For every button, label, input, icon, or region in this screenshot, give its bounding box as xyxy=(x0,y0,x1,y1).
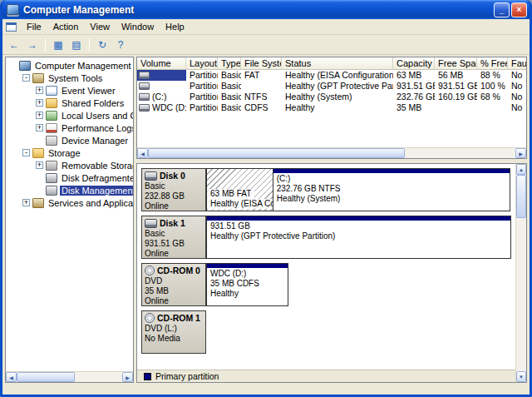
tree-item-disk-defragmenter[interactable]: Disk Defragmenter xyxy=(6,171,133,184)
scroll-down-icon[interactable]: ▼ xyxy=(516,371,526,382)
volume-row-c[interactable]: (C:)PartitionBasicNTFSHealthy (System)23… xyxy=(137,92,526,102)
tree-item-computer-management-local[interactable]: Computer Management (Local) xyxy=(6,59,133,72)
tree-item-disk-management[interactable]: Disk Management xyxy=(6,184,133,196)
export-list-button[interactable]: ▤ xyxy=(68,37,85,52)
scrollbar-thumb[interactable] xyxy=(17,372,75,382)
tree-item-label: Performance Logs and Alerts xyxy=(60,123,133,133)
column-header-file-system[interactable]: File System xyxy=(241,57,282,70)
volume-list-horizontal-scrollbar[interactable]: ◀ ▶ xyxy=(137,147,526,158)
toolbar: ←→▦▤↻? xyxy=(2,35,530,55)
computer-icon xyxy=(19,61,31,71)
menu-action[interactable]: Action xyxy=(47,20,85,33)
disk-info-panel[interactable]: Disk 1Basic931.51 GBOnline xyxy=(141,216,206,259)
column-header-layout[interactable]: Layout xyxy=(186,57,218,70)
refresh-button[interactable]: ↻ xyxy=(94,37,111,52)
tree-item-performance-logs-and-alerts[interactable]: +Performance Logs and Alerts xyxy=(6,122,133,134)
tree-item-storage[interactable]: -Storage xyxy=(6,146,133,159)
menu-help[interactable]: Help xyxy=(160,20,190,33)
collapse-icon[interactable]: - xyxy=(22,74,30,82)
volume-row-wdc-d[interactable]: WDC (D:)PartitionBasicCDFSHealthy35 MBNo xyxy=(137,102,526,113)
help-button[interactable]: ? xyxy=(112,37,129,52)
expand-icon[interactable]: + xyxy=(36,161,43,169)
partition-label: Healthy xyxy=(207,289,288,299)
disk-row-cd-rom-0: CD-ROM 0DVD35 MBOnlineWDC (D:)35 MB CDFS… xyxy=(141,263,511,306)
expand-icon[interactable]: + xyxy=(36,112,43,119)
minimize-button[interactable]: _ xyxy=(494,2,510,17)
client-area: FileActionViewWindowHelp ←→▦▤↻? Computer… xyxy=(2,19,530,395)
tree-item-device-manager[interactable]: Device Manager xyxy=(6,134,133,146)
back-button[interactable]: ← xyxy=(6,37,22,52)
disk-view-vertical-scrollbar[interactable]: ▲ ▼ xyxy=(515,164,526,382)
volume-row-healthy-eisa-configuration[interactable]: PartitionBasicFATHealthy (EISA Configura… xyxy=(137,70,526,81)
disk-name: CD-ROM 1 xyxy=(145,313,203,323)
column-header-capacity[interactable]: Capacity xyxy=(393,57,435,70)
console-window-icon[interactable] xyxy=(6,22,17,32)
cell-free: 100 % xyxy=(477,81,508,92)
column-header-fau[interactable]: Fau xyxy=(508,57,526,70)
tree-item-removable-storage[interactable]: +Removable Storage xyxy=(6,159,133,171)
disk-name-label: Disk 0 xyxy=(160,171,185,181)
expand-icon[interactable]: + xyxy=(36,99,43,107)
expand-icon[interactable]: + xyxy=(36,124,43,132)
scrollbar-thumb[interactable] xyxy=(148,148,405,158)
disk-info-panel[interactable]: CD-ROM 1DVD (L:)No Media xyxy=(141,310,206,354)
disk-info-line: Basic xyxy=(145,229,203,239)
menu-file[interactable]: File xyxy=(21,20,47,33)
local-users-icon xyxy=(46,111,57,121)
scrollbar-thumb[interactable] xyxy=(516,175,526,218)
scroll-left-icon[interactable]: ◀ xyxy=(137,148,148,158)
column-header-free-space[interactable]: Free Space xyxy=(435,57,477,70)
column-header-status[interactable]: Status xyxy=(282,57,393,70)
partition-931-51-gb[interactable]: 931.51 GBHealthy (GPT Protective Partiti… xyxy=(206,216,511,259)
tree-item-local-users-and-groups[interactable]: +Local Users and Groups xyxy=(6,109,133,122)
toolbar-separator xyxy=(45,38,46,52)
close-button[interactable]: × xyxy=(511,2,527,17)
scroll-up-icon[interactable]: ▲ xyxy=(516,164,526,175)
system-tools-icon xyxy=(32,73,44,83)
cell-file-system: FAT xyxy=(241,70,282,81)
scroll-right-icon[interactable]: ▶ xyxy=(122,372,133,382)
cell-layout: Partition xyxy=(186,92,218,102)
tree-horizontal-scrollbar[interactable]: ◀ ▶ xyxy=(6,371,133,382)
disk-name-label: Disk 1 xyxy=(160,218,185,228)
cell-status: Healthy (EISA Configuration) xyxy=(282,70,393,81)
titlebar[interactable]: Computer Management _ × xyxy=(2,0,530,19)
partition-area: 931.51 GBHealthy (GPT Protective Partiti… xyxy=(206,216,511,259)
storage-icon xyxy=(32,148,44,158)
disk-info-panel[interactable]: CD-ROM 0DVD35 MBOnline xyxy=(141,263,206,306)
tree-item-system-tools[interactable]: -System Tools xyxy=(6,72,133,84)
expand-icon[interactable]: + xyxy=(22,199,30,206)
expand-icon[interactable]: + xyxy=(36,87,43,94)
toolbar-separator xyxy=(89,38,90,52)
tree-item-services-and-applications[interactable]: +Services and Applications xyxy=(6,196,133,209)
collapse-icon[interactable]: - xyxy=(22,149,30,156)
volume-row-healthy-gpt-protective-partition[interactable]: PartitionBasicHealthy (GPT Protective Pa… xyxy=(137,81,526,92)
cell-free xyxy=(477,102,508,113)
partition-c[interactable]: (C:)232.76 GB NTFSHealthy (System) xyxy=(273,168,510,211)
column-header-volume[interactable]: Volume xyxy=(137,57,186,70)
scroll-right-icon[interactable]: ▶ xyxy=(515,148,526,158)
cell-capacity: 232.76 GB xyxy=(393,92,435,102)
column-header-type[interactable]: Type xyxy=(218,57,241,70)
show-console-tree-button[interactable]: ▦ xyxy=(50,37,66,52)
console-tree: Computer Management (Local)-System Tools… xyxy=(6,57,133,371)
disk-info-line: 232.88 GB xyxy=(145,191,203,201)
partition-wdc-d[interactable]: WDC (D:)35 MB CDFSHealthy xyxy=(206,263,288,306)
cell-type: Basic xyxy=(218,102,241,113)
column-header-free[interactable]: % Free xyxy=(477,57,508,70)
tree-item-shared-folders[interactable]: +Shared Folders xyxy=(6,97,133,109)
disk-info-panel[interactable]: Disk 0Basic232.88 GBOnline xyxy=(141,168,206,211)
forward-button[interactable]: → xyxy=(24,37,41,52)
cell-status: Healthy (GPT Protective Partition) xyxy=(282,81,393,92)
tree-item-event-viewer[interactable]: +Event Viewer xyxy=(6,84,133,97)
volume-name: (C:) xyxy=(152,92,167,102)
partition-63-mb-fat[interactable]: 63 MB FATHealthy (EISA Configuration) xyxy=(206,168,273,211)
cell-layout: Partition xyxy=(186,81,218,92)
cell-type: Basic xyxy=(218,70,241,81)
scroll-left-icon[interactable]: ◀ xyxy=(6,372,17,382)
volume-cell xyxy=(137,70,186,81)
menu-view[interactable]: View xyxy=(84,20,116,33)
disk-name-label: CD-ROM 1 xyxy=(157,313,200,323)
partition-area: WDC (D:)35 MB CDFSHealthy xyxy=(206,263,511,306)
menu-window[interactable]: Window xyxy=(116,20,160,33)
